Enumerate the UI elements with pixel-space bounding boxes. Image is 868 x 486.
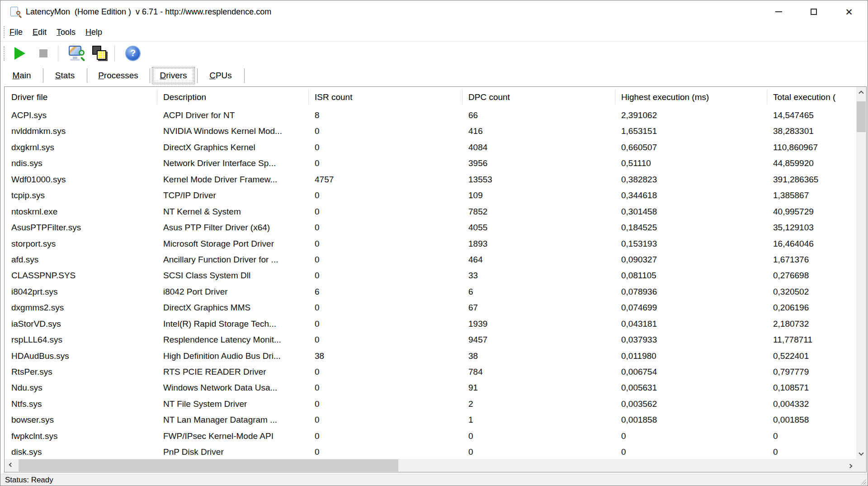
cell-isr-count: 0 [315, 380, 320, 395]
column-header-dpc-count[interactable]: DPC count [468, 87, 510, 107]
stop-monitoring-button[interactable] [33, 43, 53, 63]
options-button[interactable] [66, 43, 86, 63]
scroll-down-button[interactable] [856, 449, 866, 459]
cell-highest-execution: 0,51110 [621, 155, 651, 171]
cell-highest-execution: 1,653151 [621, 123, 657, 139]
cell-description: Microsoft Storage Port Driver [163, 236, 274, 252]
cell-description: Network Driver Interface Sp... [163, 155, 276, 171]
cell-driver-file: nvlddmkm.sys [11, 123, 66, 139]
tab-stats[interactable]: Stats [43, 65, 87, 86]
cell-highest-execution: 0,184525 [621, 219, 657, 235]
table-row[interactable]: ndis.sysNetwork Driver Interface Sp...03… [5, 155, 856, 171]
table-row[interactable]: Ntfs.sysNT File System Driver020,0035620… [5, 396, 856, 412]
table-row[interactable]: CLASSPNP.SYSSCSI Class System Dll0330,08… [5, 267, 856, 283]
tab-main[interactable]: Main [0, 65, 43, 86]
menu-help[interactable]: Help [80, 23, 107, 41]
cell-isr-count: 8 [315, 107, 320, 123]
table-row[interactable]: Ndu.sysWindows Network Data Usa...0910,0… [5, 380, 856, 395]
scroll-left-button[interactable] [5, 459, 17, 472]
tab-cpus[interactable]: CPUs [197, 65, 244, 86]
table-row[interactable]: HDAudBus.sysHigh Definition Audio Bus Dr… [5, 348, 856, 364]
help-button[interactable]: ? [123, 43, 143, 63]
table-row[interactable]: ACPI.sysACPI Driver for NT8662,39106214,… [5, 107, 856, 123]
table-row[interactable]: afd.sysAncillary Function Driver for ...… [5, 252, 856, 267]
vertical-scrollbar[interactable] [856, 87, 866, 459]
processes-window-button[interactable] [90, 43, 110, 63]
tab-processes[interactable]: Processes [87, 65, 150, 86]
cell-driver-file: afd.sys [11, 252, 38, 267]
resize-grip-icon[interactable] [859, 478, 866, 485]
column-header-driver-file[interactable]: Driver file [11, 87, 47, 107]
horizontal-scroll-thumb[interactable] [19, 459, 398, 472]
column-divider[interactable] [157, 90, 157, 105]
toolbar-gripper-icon[interactable] [4, 46, 5, 61]
cell-highest-execution: 0,011980 [621, 348, 656, 364]
table-row[interactable]: bowser.sysNT Lan Manager Datagram ...010… [5, 412, 856, 428]
cell-driver-file: tcpip.sys [11, 187, 45, 203]
scroll-right-button[interactable] [844, 459, 856, 472]
window-title: LatencyMon (Home Edition ) v 6.71 - http… [26, 0, 271, 23]
cell-description: Resplendence Latency Monit... [163, 332, 281, 348]
column-header-total-execution[interactable]: Total execution ( [773, 87, 835, 107]
maximize-button[interactable] [801, 0, 827, 23]
cell-total-execution: 0,797779 [773, 364, 809, 380]
cell-total-execution: 1,385867 [773, 187, 809, 203]
status-bar: Status: Ready [0, 474, 868, 486]
cell-dpc-count: 0 [468, 444, 473, 459]
horizontal-scrollbar[interactable] [5, 459, 856, 472]
table-row[interactable]: ntoskrnl.exeNT Kernel & System078520,301… [5, 204, 856, 219]
column-divider[interactable] [462, 90, 462, 105]
table-row[interactable]: dxgkrnl.sysDirectX Graphics Kernel040840… [5, 139, 856, 155]
scroll-up-button[interactable] [856, 87, 866, 97]
cell-dpc-count: 4055 [468, 219, 487, 235]
table-row[interactable]: RtsPer.sysRTS PCIE READER Driver07840,00… [5, 364, 856, 380]
column-header-highest-execution[interactable]: Highest execution (ms) [621, 87, 709, 107]
column-divider[interactable] [767, 90, 767, 105]
table-row[interactable]: disk.sysPnP Disk Driver0000 [5, 444, 856, 459]
toolbar-separator [58, 45, 58, 62]
cell-description: ACPI Driver for NT [163, 107, 235, 123]
cell-total-execution: 11,778711 [773, 332, 812, 348]
table-row[interactable]: storport.sysMicrosoft Storage Port Drive… [5, 236, 856, 252]
maximize-icon [811, 9, 817, 15]
tab-drivers[interactable]: Drivers [150, 65, 197, 86]
cell-isr-count: 0 [315, 204, 320, 219]
table-row[interactable]: i8042prt.sysi8042 Port Driver660,0789360… [5, 284, 856, 300]
table-row[interactable]: fwpkclnt.sysFWP/IPsec Kernel-Mode API000… [5, 428, 856, 444]
cell-total-execution: 0 [773, 444, 778, 459]
column-header-description[interactable]: Description [163, 87, 206, 107]
cell-driver-file: iaStorVD.sys [11, 316, 61, 332]
cell-total-execution: 0 [773, 428, 778, 444]
start-monitoring-button[interactable] [10, 43, 30, 63]
table-row[interactable]: nvlddmkm.sysNVIDIA Windows Kernel Mod...… [5, 123, 856, 139]
cell-dpc-count: 3956 [468, 155, 487, 171]
tab-separator [87, 68, 87, 83]
table-row[interactable]: iaStorVD.sysIntel(R) Rapid Storage Tech.… [5, 316, 856, 332]
column-divider[interactable] [615, 90, 615, 105]
cell-driver-file: ACPI.sys [11, 107, 47, 123]
table-header: Driver file Description ISR count DPC co… [5, 87, 856, 107]
cell-isr-count: 0 [315, 412, 320, 428]
cell-dpc-count: 9457 [468, 332, 487, 348]
menu-tools[interactable]: Tools [52, 23, 80, 41]
menu-edit[interactable]: Edit [28, 23, 52, 41]
cell-driver-file: Ndu.sys [11, 380, 42, 395]
status-text: Status: Ready [5, 476, 53, 485]
table-row[interactable]: tcpip.sysTCP/IP Driver01090,3446181,3858… [5, 187, 856, 203]
cell-dpc-count: 66 [468, 107, 478, 123]
column-divider[interactable] [308, 90, 309, 105]
menu-file[interactable]: File [5, 23, 28, 41]
vertical-scroll-thumb[interactable] [857, 101, 866, 132]
minimize-button[interactable] [765, 0, 792, 23]
column-header-isr-count[interactable]: ISR count [315, 87, 352, 107]
table-row[interactable]: dxgmms2.sysDirectX Graphics MMS0670,0746… [5, 300, 856, 315]
cell-isr-count: 0 [315, 364, 320, 380]
cell-highest-execution: 0,005631 [621, 380, 657, 395]
close-button[interactable]: ✕ [836, 0, 862, 23]
table-row[interactable]: Wdf01000.sysKernel Mode Driver Framew...… [5, 172, 856, 187]
table-row[interactable]: AsusPTPFilter.sysAsus PTP Filter Driver … [5, 219, 856, 235]
table-row[interactable]: rspLLL64.sysResplendence Latency Monit..… [5, 332, 856, 348]
cell-driver-file: storport.sys [11, 236, 56, 252]
tab-separator [43, 68, 43, 83]
cell-highest-execution: 0,043181 [621, 316, 657, 332]
